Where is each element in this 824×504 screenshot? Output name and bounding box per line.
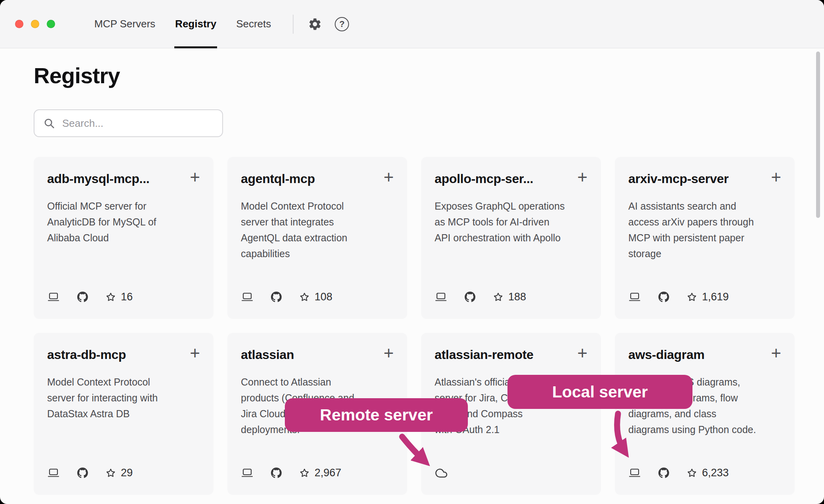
header-divider xyxy=(293,15,294,34)
traffic-lights xyxy=(15,20,55,28)
laptop-icon xyxy=(47,292,60,302)
server-description: AI assistants search and access arXiv pa… xyxy=(628,198,781,262)
star-icon xyxy=(105,292,116,302)
settings-gear-icon[interactable] xyxy=(308,17,322,31)
search-box[interactable] xyxy=(34,109,223,137)
server-card-astra-db-mcp: astra-db-mcp + Model Context Protocol se… xyxy=(34,333,214,495)
server-name: aws-diagram xyxy=(628,347,704,362)
add-server-button[interactable]: + xyxy=(577,171,587,183)
zoom-button[interactable] xyxy=(47,20,55,28)
add-server-button[interactable]: + xyxy=(771,171,781,183)
laptop-icon xyxy=(628,292,641,302)
app-window: MCP Servers Registry Secrets ? Registry … xyxy=(0,0,824,504)
add-server-button[interactable]: + xyxy=(383,347,394,359)
add-server-button[interactable]: + xyxy=(190,347,200,359)
nav-tabs: MCP Servers Registry Secrets xyxy=(84,0,281,48)
star-count: 108 xyxy=(315,291,332,303)
add-server-button[interactable]: + xyxy=(771,347,781,359)
star-count: 1,619 xyxy=(702,291,729,303)
add-server-button[interactable]: + xyxy=(383,171,394,183)
server-name: apollo-mcp-ser... xyxy=(435,171,533,186)
star-count: 2,967 xyxy=(315,467,341,479)
github-icon[interactable] xyxy=(658,292,669,302)
tab-secrets[interactable]: Secrets xyxy=(226,0,281,48)
server-description: Model Context Protocol server that integ… xyxy=(241,198,394,262)
star-count: 29 xyxy=(121,467,133,479)
github-icon[interactable] xyxy=(271,468,282,478)
server-card-apollo-mcp-server: apollo-mcp-ser... + Exposes GraphQL oper… xyxy=(421,157,601,319)
tab-registry[interactable]: Registry xyxy=(165,0,226,48)
server-name: atlassian-remote xyxy=(435,347,534,362)
server-card-adb-mysql-mcp: adb-mysql-mcp... + Official MCP server f… xyxy=(34,157,214,319)
server-card-grid: adb-mysql-mcp... + Official MCP server f… xyxy=(34,157,790,495)
search-icon xyxy=(43,117,55,129)
laptop-icon xyxy=(435,292,447,302)
minimize-button[interactable] xyxy=(31,20,39,28)
laptop-icon xyxy=(241,292,254,302)
cloud-icon xyxy=(435,467,448,479)
star-icon xyxy=(493,292,504,302)
star-icon xyxy=(105,468,116,478)
server-card-agentql-mcp: agentql-mcp + Model Context Protocol ser… xyxy=(227,157,407,319)
close-button[interactable] xyxy=(15,20,23,28)
star-count: 6,233 xyxy=(702,467,729,479)
github-icon[interactable] xyxy=(658,468,669,478)
github-icon[interactable] xyxy=(271,292,282,302)
server-description: Model Context Protocol server for intera… xyxy=(47,374,200,422)
laptop-icon xyxy=(241,468,254,478)
server-card-arxiv-mcp-server: arxiv-mcp-server + AI assistants search … xyxy=(615,157,795,319)
star-count: 188 xyxy=(508,291,526,303)
annotation-remote-server: Remote server xyxy=(285,398,468,432)
search-input[interactable] xyxy=(61,117,214,130)
add-server-button[interactable]: + xyxy=(190,171,200,183)
star-count: 16 xyxy=(121,291,133,303)
titlebar: MCP Servers Registry Secrets ? xyxy=(0,0,824,48)
server-name: agentql-mcp xyxy=(241,171,315,186)
server-name: astra-db-mcp xyxy=(47,347,126,362)
laptop-icon xyxy=(628,468,641,478)
github-icon[interactable] xyxy=(465,292,475,302)
server-name: adb-mysql-mcp... xyxy=(47,171,149,186)
annotation-local-server: Local server xyxy=(507,375,692,409)
server-description: Exposes GraphQL operations as MCP tools … xyxy=(435,198,587,246)
server-name: atlassian xyxy=(241,347,294,362)
server-card-aws-diagram: aws-diagram + Generate AWS diagrams, seq… xyxy=(615,333,795,495)
page-title: Registry xyxy=(34,63,790,88)
server-description: Official MCP server for AnalyticDB for M… xyxy=(47,198,200,246)
server-name: arxiv-mcp-server xyxy=(628,171,729,186)
laptop-icon xyxy=(47,468,60,478)
star-icon xyxy=(687,292,697,302)
star-icon xyxy=(299,468,310,478)
add-server-button[interactable]: + xyxy=(577,347,587,359)
github-icon[interactable] xyxy=(77,292,88,302)
help-icon[interactable]: ? xyxy=(335,17,349,31)
scrollbar[interactable] xyxy=(816,52,820,218)
tab-mcp-servers[interactable]: MCP Servers xyxy=(84,0,165,48)
github-icon[interactable] xyxy=(77,468,88,478)
star-icon xyxy=(687,468,697,478)
star-icon xyxy=(299,292,310,302)
